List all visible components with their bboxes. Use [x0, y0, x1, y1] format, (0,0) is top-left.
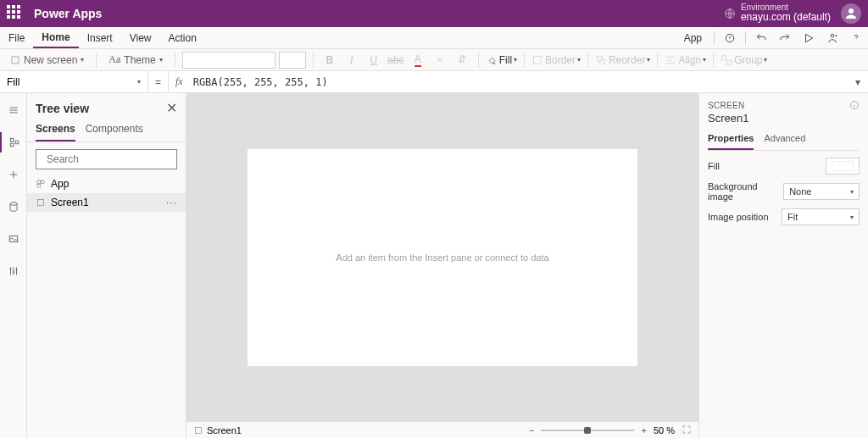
theme-label: Theme: [124, 54, 155, 66]
status-bar: Screen1 − + 50 %: [186, 421, 698, 438]
imgpos-selector[interactable]: Fit▾: [782, 208, 860, 225]
svg-point-1: [849, 8, 854, 14]
group-label: Group: [734, 54, 762, 66]
border-label: Border: [545, 54, 576, 66]
font-selector[interactable]: [182, 52, 275, 69]
svg-point-3: [831, 34, 834, 37]
align-button[interactable]: Align▾: [665, 54, 706, 66]
font-color-button[interactable]: A: [409, 52, 427, 69]
share-icon[interactable]: [821, 27, 844, 48]
prop-heading: SCREEN: [708, 101, 744, 110]
rail-tree-icon[interactable]: [0, 132, 26, 152]
tree-node-screen1[interactable]: Screen1 ···: [27, 193, 186, 212]
italic-button[interactable]: I: [342, 52, 361, 69]
title-bar: Power Apps Environment enayu.com (defaul…: [0, 0, 868, 27]
tree-node-label: App: [51, 178, 69, 190]
expand-formula-icon[interactable]: ▾: [848, 76, 868, 88]
equals-label: =: [148, 71, 169, 92]
more-icon[interactable]: ···: [166, 197, 177, 208]
svg-rect-12: [15, 141, 19, 144]
vertical-align-button[interactable]: ⇵: [453, 52, 471, 69]
svg-rect-18: [37, 185, 41, 188]
brand-label: Power Apps: [34, 7, 724, 20]
svg-rect-17: [42, 180, 45, 184]
info-icon[interactable]: [849, 100, 860, 110]
prop-screen-name[interactable]: Screen1: [708, 112, 860, 125]
search-input[interactable]: [47, 153, 174, 165]
redo-icon[interactable]: [773, 27, 797, 48]
new-screen-label: New screen: [24, 54, 77, 66]
screen-canvas[interactable]: Add an item from the Insert pane or conn…: [248, 149, 637, 366]
tab-components[interactable]: Components: [86, 119, 143, 141]
rail-media-icon[interactable]: [0, 229, 26, 249]
svg-rect-16: [37, 180, 41, 184]
properties-pane: SCREEN Screen1 Properties Advanced Fill …: [698, 93, 868, 438]
screen-icon: [193, 425, 203, 435]
tree-node-app[interactable]: App: [27, 175, 186, 193]
svg-rect-8: [722, 55, 726, 59]
canvas-area[interactable]: Add an item from the Insert pane or conn…: [186, 93, 698, 421]
svg-rect-9: [727, 60, 732, 64]
zoom-in-button[interactable]: +: [641, 425, 646, 435]
formula-input[interactable]: RGBA(255, 255, 255, 1): [190, 76, 848, 88]
play-icon[interactable]: [797, 27, 821, 48]
bgimage-selector[interactable]: None▾: [783, 183, 860, 200]
zoom-slider[interactable]: [541, 430, 634, 431]
menu-file[interactable]: File: [0, 27, 33, 48]
menu-action[interactable]: Action: [160, 27, 205, 48]
menu-insert[interactable]: Insert: [79, 27, 121, 48]
border-button[interactable]: Border▾: [531, 54, 581, 66]
svg-rect-7: [600, 58, 605, 64]
close-icon[interactable]: ✕: [166, 100, 177, 116]
imgpos-value: Fit: [787, 212, 798, 222]
bold-button[interactable]: B: [320, 52, 339, 69]
fill-color-swatch[interactable]: [826, 158, 860, 175]
zoom-out-button[interactable]: −: [529, 425, 534, 435]
tree-node-label: Screen1: [51, 197, 89, 208]
fx-label: fx: [169, 75, 190, 88]
theme-button[interactable]: Aa Theme▾: [103, 52, 167, 69]
environment-picker[interactable]: Environment enayu.com (default): [724, 3, 831, 23]
app-checker-icon[interactable]: [718, 27, 742, 48]
fill-button[interactable]: Fill▾: [486, 54, 517, 66]
svg-rect-19: [38, 200, 44, 206]
property-selector[interactable]: Fill▾: [0, 71, 148, 92]
rail-data-icon[interactable]: [0, 197, 26, 217]
prop-fill-label: Fill: [708, 161, 720, 171]
menu-home[interactable]: Home: [33, 27, 78, 48]
strike-button[interactable]: abc: [387, 52, 405, 69]
new-screen-button[interactable]: New screen▾: [5, 52, 89, 69]
status-screen-name: Screen1: [207, 425, 242, 435]
rail-insert-icon[interactable]: [0, 164, 26, 185]
undo-icon[interactable]: [749, 27, 773, 48]
rail-advanced-icon[interactable]: [0, 261, 26, 281]
help-icon[interactable]: [844, 27, 868, 48]
tab-advanced[interactable]: Advanced: [764, 131, 805, 150]
menu-view[interactable]: View: [121, 27, 160, 48]
prop-imgpos-label: Image position: [708, 212, 769, 222]
text-align-button[interactable]: ≡: [431, 52, 449, 69]
prop-bgimage-label: Background image: [708, 181, 783, 202]
svg-point-13: [9, 202, 16, 206]
menu-bar: File Home Insert View Action App: [0, 27, 868, 49]
tab-properties[interactable]: Properties: [708, 131, 754, 150]
svg-rect-11: [10, 143, 14, 147]
property-name: Fill: [7, 76, 19, 88]
rail-hamburger-icon[interactable]: [0, 100, 26, 120]
reorder-button[interactable]: Reorder▾: [595, 54, 650, 66]
environment-name: enayu.com (default): [741, 12, 831, 23]
user-avatar[interactable]: [841, 3, 861, 24]
reorder-label: Reorder: [609, 54, 645, 66]
fit-screen-icon[interactable]: [682, 424, 692, 436]
menu-app[interactable]: App: [676, 27, 710, 48]
tab-screens[interactable]: Screens: [36, 119, 75, 141]
waffle-icon[interactable]: [7, 5, 24, 22]
svg-rect-5: [533, 56, 541, 64]
align-label: Align: [678, 54, 701, 66]
font-size-selector[interactable]: [279, 52, 306, 69]
tree-search[interactable]: [36, 149, 177, 169]
group-button[interactable]: Group▾: [721, 54, 767, 66]
underline-button[interactable]: U: [364, 52, 383, 69]
svg-rect-20: [196, 427, 202, 433]
svg-rect-6: [597, 56, 602, 61]
